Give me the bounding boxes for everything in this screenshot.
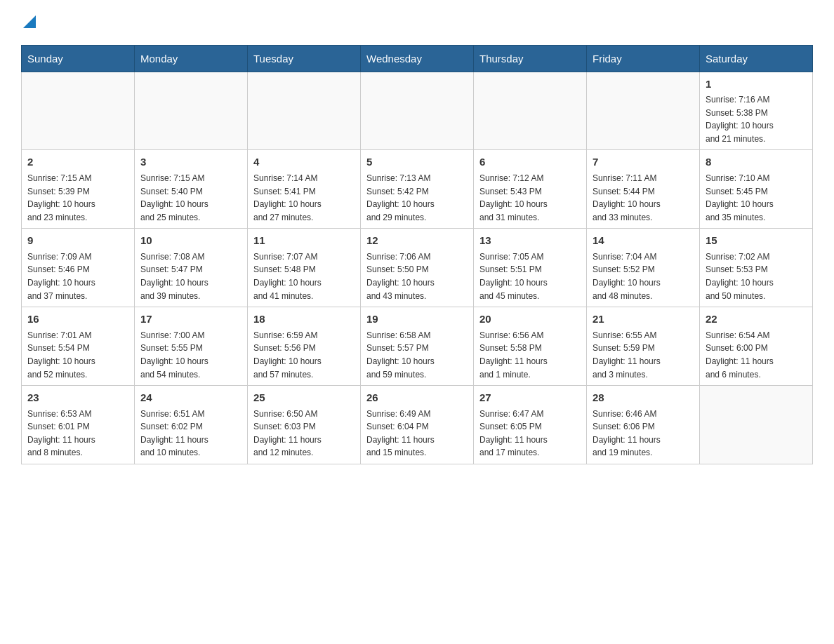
- day-header-sunday: Sunday: [22, 45, 135, 72]
- day-info: Sunrise: 7:13 AM Sunset: 5:42 PM Dayligh…: [366, 172, 468, 224]
- day-info: Sunrise: 7:14 AM Sunset: 5:41 PM Dayligh…: [253, 172, 355, 224]
- calendar-cell: 27Sunrise: 6:47 AM Sunset: 6:05 PM Dayli…: [474, 386, 587, 464]
- calendar-table: SundayMondayTuesdayWednesdayThursdayFrid…: [21, 45, 813, 464]
- day-number: 13: [479, 233, 581, 249]
- day-number: 27: [479, 390, 581, 406]
- calendar-cell: 15Sunrise: 7:02 AM Sunset: 5:53 PM Dayli…: [700, 229, 813, 307]
- calendar-cell: 11Sunrise: 7:07 AM Sunset: 5:48 PM Dayli…: [248, 229, 361, 307]
- day-info: Sunrise: 6:55 AM Sunset: 5:59 PM Dayligh…: [593, 329, 694, 381]
- day-info: Sunrise: 7:08 AM Sunset: 5:47 PM Dayligh…: [140, 250, 241, 302]
- day-number: 18: [253, 311, 355, 328]
- svg-marker-0: [23, 15, 36, 28]
- calendar-cell: 21Sunrise: 6:55 AM Sunset: 5:59 PM Dayli…: [587, 307, 700, 386]
- day-number: 12: [366, 233, 468, 249]
- calendar-cell: [248, 72, 361, 150]
- logo: [21, 14, 36, 31]
- day-header-saturday: Saturday: [700, 45, 813, 72]
- day-info: Sunrise: 6:51 AM Sunset: 6:02 PM Dayligh…: [140, 408, 241, 459]
- calendar-cell: 5Sunrise: 7:13 AM Sunset: 5:42 PM Daylig…: [361, 150, 474, 229]
- day-info: Sunrise: 7:07 AM Sunset: 5:48 PM Dayligh…: [253, 250, 355, 302]
- day-number: 6: [479, 154, 581, 170]
- day-number: 7: [593, 154, 694, 170]
- calendar-cell: 25Sunrise: 6:50 AM Sunset: 6:03 PM Dayli…: [248, 386, 361, 464]
- week-row-4: 16Sunrise: 7:01 AM Sunset: 5:54 PM Dayli…: [22, 307, 813, 386]
- calendar-cell: 8Sunrise: 7:10 AM Sunset: 5:45 PM Daylig…: [700, 150, 813, 229]
- calendar-cell: 12Sunrise: 7:06 AM Sunset: 5:50 PM Dayli…: [361, 229, 474, 307]
- week-row-3: 9Sunrise: 7:09 AM Sunset: 5:46 PM Daylig…: [22, 229, 813, 307]
- day-number: 5: [366, 154, 468, 170]
- calendar-cell: [474, 72, 587, 150]
- calendar-cell: 17Sunrise: 7:00 AM Sunset: 5:55 PM Dayli…: [135, 307, 248, 386]
- day-number: 15: [706, 233, 807, 249]
- day-info: Sunrise: 6:50 AM Sunset: 6:03 PM Dayligh…: [253, 408, 355, 459]
- day-info: Sunrise: 7:05 AM Sunset: 5:51 PM Dayligh…: [479, 250, 581, 302]
- calendar-cell: 28Sunrise: 6:46 AM Sunset: 6:06 PM Dayli…: [587, 386, 700, 464]
- calendar-cell: 4Sunrise: 7:14 AM Sunset: 5:41 PM Daylig…: [248, 150, 361, 229]
- day-info: Sunrise: 6:58 AM Sunset: 5:57 PM Dayligh…: [366, 329, 468, 381]
- day-header-monday: Monday: [135, 45, 248, 72]
- calendar-header-row: SundayMondayTuesdayWednesdayThursdayFrid…: [22, 45, 813, 72]
- day-info: Sunrise: 6:46 AM Sunset: 6:06 PM Dayligh…: [593, 408, 694, 459]
- day-info: Sunrise: 7:02 AM Sunset: 5:53 PM Dayligh…: [706, 250, 807, 302]
- day-info: Sunrise: 6:53 AM Sunset: 6:01 PM Dayligh…: [27, 408, 128, 459]
- calendar-cell: 1Sunrise: 7:16 AM Sunset: 5:38 PM Daylig…: [700, 72, 813, 150]
- calendar-cell: 9Sunrise: 7:09 AM Sunset: 5:46 PM Daylig…: [22, 229, 135, 307]
- day-info: Sunrise: 7:09 AM Sunset: 5:46 PM Dayligh…: [27, 250, 128, 302]
- day-info: Sunrise: 7:04 AM Sunset: 5:52 PM Dayligh…: [593, 250, 694, 302]
- day-number: 22: [706, 311, 807, 328]
- day-number: 3: [140, 154, 241, 170]
- logo-triangle-icon: [23, 15, 36, 28]
- calendar-cell: 10Sunrise: 7:08 AM Sunset: 5:47 PM Dayli…: [135, 229, 248, 307]
- calendar-cell: 3Sunrise: 7:15 AM Sunset: 5:40 PM Daylig…: [135, 150, 248, 229]
- day-header-thursday: Thursday: [474, 45, 587, 72]
- calendar-cell: 6Sunrise: 7:12 AM Sunset: 5:43 PM Daylig…: [474, 150, 587, 229]
- calendar-cell: [135, 72, 248, 150]
- calendar-cell: 19Sunrise: 6:58 AM Sunset: 5:57 PM Dayli…: [361, 307, 474, 386]
- calendar-cell: 23Sunrise: 6:53 AM Sunset: 6:01 PM Dayli…: [22, 386, 135, 464]
- day-info: Sunrise: 7:11 AM Sunset: 5:44 PM Dayligh…: [593, 172, 694, 224]
- day-info: Sunrise: 6:47 AM Sunset: 6:05 PM Dayligh…: [479, 408, 581, 459]
- day-number: 25: [253, 390, 355, 406]
- day-info: Sunrise: 7:10 AM Sunset: 5:45 PM Dayligh…: [706, 172, 807, 224]
- day-number: 10: [140, 233, 241, 249]
- day-info: Sunrise: 7:12 AM Sunset: 5:43 PM Dayligh…: [479, 172, 581, 224]
- day-info: Sunrise: 6:49 AM Sunset: 6:04 PM Dayligh…: [366, 408, 468, 459]
- day-info: Sunrise: 6:54 AM Sunset: 6:00 PM Dayligh…: [706, 329, 807, 381]
- day-number: 20: [479, 311, 581, 328]
- calendar-cell: 26Sunrise: 6:49 AM Sunset: 6:04 PM Dayli…: [361, 386, 474, 464]
- calendar-cell: 20Sunrise: 6:56 AM Sunset: 5:58 PM Dayli…: [474, 307, 587, 386]
- day-header-friday: Friday: [587, 45, 700, 72]
- day-info: Sunrise: 7:15 AM Sunset: 5:39 PM Dayligh…: [27, 172, 128, 224]
- day-header-wednesday: Wednesday: [361, 45, 474, 72]
- day-info: Sunrise: 7:15 AM Sunset: 5:40 PM Dayligh…: [140, 172, 241, 224]
- day-number: 28: [593, 390, 694, 406]
- calendar-cell: 14Sunrise: 7:04 AM Sunset: 5:52 PM Dayli…: [587, 229, 700, 307]
- day-info: Sunrise: 7:01 AM Sunset: 5:54 PM Dayligh…: [27, 329, 128, 381]
- day-number: 26: [366, 390, 468, 406]
- day-number: 8: [706, 154, 807, 170]
- day-header-tuesday: Tuesday: [248, 45, 361, 72]
- week-row-5: 23Sunrise: 6:53 AM Sunset: 6:01 PM Dayli…: [22, 386, 813, 464]
- calendar-cell: 16Sunrise: 7:01 AM Sunset: 5:54 PM Dayli…: [22, 307, 135, 386]
- day-number: 14: [593, 233, 694, 249]
- calendar-cell: [587, 72, 700, 150]
- calendar-cell: [700, 386, 813, 464]
- page-header: [21, 14, 813, 31]
- day-number: 16: [27, 311, 128, 328]
- day-number: 21: [593, 311, 694, 328]
- day-number: 17: [140, 311, 241, 328]
- day-info: Sunrise: 7:16 AM Sunset: 5:38 PM Dayligh…: [706, 93, 807, 145]
- calendar-cell: 18Sunrise: 6:59 AM Sunset: 5:56 PM Dayli…: [248, 307, 361, 386]
- week-row-2: 2Sunrise: 7:15 AM Sunset: 5:39 PM Daylig…: [22, 150, 813, 229]
- calendar-cell: 22Sunrise: 6:54 AM Sunset: 6:00 PM Dayli…: [700, 307, 813, 386]
- calendar-cell: 13Sunrise: 7:05 AM Sunset: 5:51 PM Dayli…: [474, 229, 587, 307]
- day-number: 23: [27, 390, 128, 406]
- calendar-cell: [361, 72, 474, 150]
- calendar-cell: [22, 72, 135, 150]
- day-number: 11: [253, 233, 355, 249]
- calendar-cell: 2Sunrise: 7:15 AM Sunset: 5:39 PM Daylig…: [22, 150, 135, 229]
- day-info: Sunrise: 6:56 AM Sunset: 5:58 PM Dayligh…: [479, 329, 581, 381]
- calendar-cell: 7Sunrise: 7:11 AM Sunset: 5:44 PM Daylig…: [587, 150, 700, 229]
- day-info: Sunrise: 6:59 AM Sunset: 5:56 PM Dayligh…: [253, 329, 355, 381]
- day-number: 2: [27, 154, 128, 170]
